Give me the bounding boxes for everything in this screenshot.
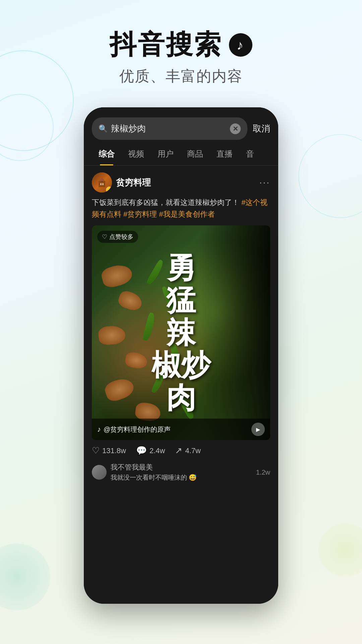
tab-直播[interactable]: 直播 bbox=[210, 143, 239, 165]
title-text: 抖音搜索 bbox=[110, 27, 222, 63]
avatar-icon bbox=[96, 176, 108, 189]
tiktok-logo-icon: ♪ bbox=[229, 33, 252, 57]
bg-blob-left bbox=[0, 543, 50, 610]
comment-content: 我不管我最美 我就没一次看时不咽唾沫的 😅 bbox=[111, 463, 252, 482]
content-area: ✓ 贫穷料理 ··· 下饭菜到底有多凶猛，就看这道辣椒炒肉了！ #这个视频有点料… bbox=[84, 166, 278, 493]
app-title: 抖音搜索 ♪ bbox=[0, 27, 362, 63]
shares-count: 4.7w bbox=[185, 446, 200, 455]
comment-icon: 💬 bbox=[136, 445, 147, 456]
tab-音[interactable]: 音 bbox=[239, 143, 261, 165]
video-text-overlay: 勇猛辣椒炒肉 bbox=[92, 225, 270, 440]
subtitle-text: 优质、丰富的内容 bbox=[0, 66, 362, 86]
video-overlay-text: 勇猛辣椒炒肉 bbox=[152, 252, 210, 414]
comment-preview-row: 我不管我最美 我就没一次看时不咽唾沫的 😅 1.2w bbox=[92, 459, 270, 486]
tab-综合[interactable]: 综合 bbox=[92, 143, 121, 165]
phone-frame: 🔍 辣椒炒肉 ✕ 取消 综合 视频 用户 商品 直播 音 bbox=[84, 107, 278, 604]
comments-item[interactable]: 💬 2.4w bbox=[136, 445, 165, 456]
cancel-search-button[interactable]: 取消 bbox=[253, 123, 270, 135]
bg-blob-right bbox=[318, 523, 362, 577]
author-name: 贫穷料理 bbox=[116, 177, 151, 189]
comments-count: 2.4w bbox=[149, 446, 165, 455]
comment-count-right: 1.2w bbox=[256, 469, 270, 476]
heart-icon: ♡ bbox=[92, 445, 100, 456]
verified-badge: ✓ bbox=[106, 186, 112, 193]
search-query-text: 辣椒炒肉 bbox=[111, 123, 227, 135]
tab-商品[interactable]: 商品 bbox=[180, 143, 210, 165]
author-row: ✓ 贫穷料理 ··· bbox=[92, 172, 270, 193]
tiktok-logo-symbol: ♪ bbox=[237, 38, 245, 53]
likes-count: 131.8w bbox=[102, 446, 126, 455]
svg-rect-4 bbox=[102, 183, 104, 185]
phone-container: 🔍 辣椒炒肉 ✕ 取消 综合 视频 用户 商品 直播 音 bbox=[84, 107, 278, 604]
tab-视频[interactable]: 视频 bbox=[121, 143, 151, 165]
commenter-avatar bbox=[92, 465, 107, 480]
share-icon: ↗ bbox=[175, 445, 182, 456]
post-body: 下饭菜到底有多凶猛，就看这道辣椒炒肉了！ bbox=[92, 198, 239, 207]
phone-screen: 🔍 辣椒炒肉 ✕ 取消 综合 视频 用户 商品 直播 音 bbox=[84, 107, 278, 604]
search-icon: 🔍 bbox=[99, 124, 108, 133]
svg-rect-0 bbox=[99, 181, 105, 187]
likes-item[interactable]: ♡ 131.8w bbox=[92, 445, 126, 456]
more-options-icon[interactable]: ··· bbox=[259, 177, 270, 188]
engagement-bar: ♡ 131.8w 💬 2.4w ↗ 4.7w bbox=[92, 440, 270, 459]
tabs-area: 综合 视频 用户 商品 直播 音 bbox=[84, 143, 278, 166]
search-input-box[interactable]: 🔍 辣椒炒肉 ✕ bbox=[92, 117, 247, 140]
svg-marker-2 bbox=[99, 178, 105, 181]
tab-用户[interactable]: 用户 bbox=[151, 143, 180, 165]
comment-body: 我就没一次看时不咽唾沫的 😅 bbox=[111, 473, 252, 482]
bg-decoration-circle-3 bbox=[298, 134, 362, 218]
clear-search-button[interactable]: ✕ bbox=[230, 123, 241, 134]
video-thumbnail[interactable]: ♡ 点赞较多 勇猛辣椒炒肉 ♪ @贫穷料理创作的原声 bbox=[92, 225, 270, 440]
avatar: ✓ bbox=[92, 172, 112, 193]
commenter-name: 我不管我最美 bbox=[111, 463, 252, 472]
shares-item[interactable]: ↗ 4.7w bbox=[175, 445, 200, 456]
author-info: ✓ 贫穷料理 bbox=[92, 172, 151, 193]
svg-rect-3 bbox=[100, 183, 102, 185]
search-bar-area: 🔍 辣椒炒肉 ✕ 取消 bbox=[84, 107, 278, 140]
post-text: 下饭菜到底有多凶猛，就看这道辣椒炒肉了！ #这个视频有点料 #贫穷料理 #我是美… bbox=[92, 197, 270, 220]
header-area: 抖音搜索 ♪ 优质、丰富的内容 bbox=[0, 0, 362, 96]
